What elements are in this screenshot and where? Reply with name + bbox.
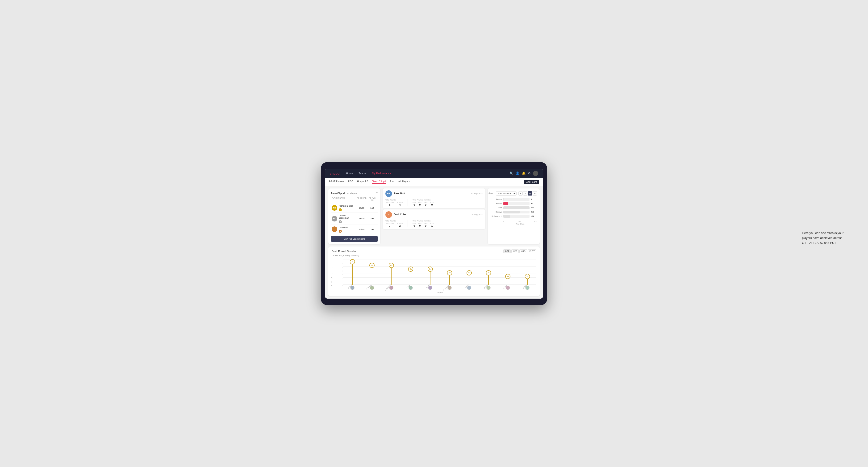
practice-value-rb: 4 (397, 203, 403, 206)
chart-controls-row: Show Last 3 months ⊞ ≡ ▦ ⊟ (491, 191, 537, 196)
streak-col-2: 6x D. Billingham (382, 259, 400, 290)
settings-icon[interactable]: ⚙ (528, 172, 531, 175)
bar-fill-dbogeys (503, 215, 510, 218)
streak-bubble-0: 7x (350, 259, 355, 264)
subnav-right: Add Team (524, 180, 539, 184)
y-axis-label: Best Streak, Fairway Accuracy (331, 267, 333, 286)
player-avg-1: 110 (368, 207, 377, 209)
streak-player-avatar-2 (389, 286, 394, 290)
filter-putt[interactable]: PUTT (528, 249, 536, 253)
y-axis-container: Best Streak, Fairway Accuracy (332, 259, 336, 293)
avatar[interactable] (533, 171, 538, 176)
rounds-section-jc: Total Rounds Tournament 7 Practice 2 (385, 220, 403, 227)
logo: clippd (330, 172, 339, 175)
total-practice-label-jc: Total Practice Activities (412, 220, 434, 222)
streaks-subtitle: Off The Tee, Fairway Accuracy (332, 254, 536, 257)
filter-arg[interactable]: ARG (519, 249, 527, 253)
bar-track-pars (503, 206, 530, 209)
streaks-header: Best Round Streaks OTT APP ARG PUTT (332, 249, 536, 253)
notification-icon[interactable]: 🔔 (522, 172, 526, 175)
streak-bubble-9: 3x (525, 274, 530, 279)
rank-badge-2: 2 (339, 220, 342, 223)
streak-bubble-7: 4x (486, 270, 491, 276)
view-leaderboard-button[interactable]: View Full Leaderboard (331, 236, 378, 242)
navbar: clippd Home Teams My Performance 🔍 👤 🔔 ⚙ (325, 168, 543, 178)
list-view-icon[interactable]: ≡ (523, 191, 527, 195)
player-avg-3: 103 (368, 228, 377, 231)
table-view-icon[interactable]: ⊟ (533, 191, 537, 195)
card-avatar-jc: JC (385, 211, 392, 218)
search-icon[interactable]: 🔍 (509, 172, 513, 175)
nav-teams[interactable]: Teams (358, 172, 367, 175)
streak-col-8: 3x R. Butler (499, 259, 517, 290)
streak-col-7: 4x M. Miller (479, 259, 497, 290)
rounds-pair-jc: Tournament 7 Practice 2 (385, 223, 403, 227)
period-select[interactable]: Last 3 months (496, 191, 517, 195)
streak-bubble-6: 4x (467, 270, 472, 276)
subnav-pga[interactable]: PGA (348, 180, 353, 184)
bar-track-bogeys (503, 211, 530, 214)
leaderboard-title-group: Team Clippd | 14 Players (331, 191, 357, 195)
streak-player-avatar-3 (408, 286, 413, 290)
practice-section-jc: Total Practice Activities OTT 0 APP 0 (412, 220, 434, 227)
player-card-1: RB Rees Britt 02 Sep 2023 Total Rounds T… (382, 188, 486, 208)
tournament-value-jc: 7 (385, 224, 394, 227)
player-row: EC Edward Crossman 2 18/20 107 (331, 213, 378, 225)
subnav-hcaps[interactable]: Hcaps 1-5 (357, 180, 368, 184)
subnav-all-players[interactable]: All Players (398, 180, 410, 184)
bar-view-icon[interactable]: ▦ (528, 191, 532, 195)
streaks-title: Best Round Streaks (332, 250, 356, 253)
table-header: PLAYER NAME PB SCORE PB AVG SQ (331, 197, 378, 203)
streak-plot-area: 7 6 5 4 3 2 1 0 7x (338, 259, 536, 293)
streak-bubble-5: 4x (447, 270, 452, 276)
card-name-rb: Rees Britt (394, 192, 469, 195)
bar-row-pars: Pars 499 (491, 206, 537, 209)
streak-bubble-8: 3x (505, 274, 510, 279)
rounds-pair-rb: Tournament 8 Practice 4 (385, 201, 403, 206)
bar-label-bogeys: Bogeys (491, 211, 502, 213)
tournament-label-rb: Tournament (385, 201, 394, 203)
rank-badge-3: 3 (339, 230, 342, 233)
bar-row-birdies: Birdies 96 (491, 202, 537, 205)
practice-stats-rb: OTT 0 APP 0 ARG 0 (412, 201, 434, 206)
subnav-tour[interactable]: Tour (390, 180, 394, 184)
streak-line-2 (391, 268, 392, 285)
card-name-jc: Josh Coles (394, 213, 469, 216)
player-name-2: Edward Crossman (339, 214, 356, 219)
streak-bars: 7x E. Ewert 6x B. McHarg 6x D. Billingha… (343, 259, 536, 290)
streak-player-avatar-7 (486, 286, 491, 290)
tournament-col-rb: Tournament 8 (385, 201, 394, 206)
practice-value-jc: 2 (397, 224, 403, 227)
ott-stat-rb: OTT 0 (412, 201, 416, 206)
grid-view-icon[interactable]: ⊞ (519, 191, 523, 195)
card-date-jc: 26 Aug 2023 (471, 214, 483, 216)
subnav-pgat[interactable]: PGAT Players (329, 180, 344, 184)
streak-line-4 (430, 272, 431, 285)
player-name-3: Cameron... (339, 226, 356, 228)
bar-row-dbogeys: D. Bogeys + 131 (491, 215, 537, 218)
ott-stat-jc: OTT 0 (412, 223, 416, 227)
leaderboard-panel: Team Clippd | 14 Players ✏ PLAYER NAME P… (328, 188, 380, 244)
total-practice-label-rb: Total Practice Activities (412, 199, 434, 201)
leaderboard-header: Team Clippd | 14 Players ✏ (331, 191, 378, 195)
edit-icon[interactable]: ✏ (376, 191, 378, 194)
arg-stat-jc: ARG 0 (424, 223, 427, 227)
bar-label-pars: Pars (491, 207, 502, 209)
subnav-team-clippd[interactable]: Team Clippd (372, 180, 386, 184)
nav-my-performance[interactable]: My Performance (371, 172, 392, 175)
nav-home[interactable]: Home (345, 172, 354, 175)
bar-label-dbogeys: D. Bogeys + (491, 215, 502, 217)
bar-fill-pars (503, 206, 530, 209)
arg-stat-rb: ARG 0 (424, 201, 427, 206)
filter-ott[interactable]: OTT (503, 249, 511, 253)
streak-player-avatar-8 (506, 286, 510, 290)
subnav-links: PGAT Players PGA Hcaps 1-5 Team Clippd T… (329, 180, 524, 184)
streak-filter-buttons: OTT APP ARG PUTT (503, 249, 536, 253)
profile-icon[interactable]: 👤 (516, 172, 519, 175)
practice-section-rb: Total Practice Activities OTT 0 APP 0 (412, 199, 434, 206)
add-team-button[interactable]: Add Team (524, 180, 539, 184)
streak-col-1: 6x B. McHarg (363, 259, 381, 290)
filter-app[interactable]: APP (512, 249, 519, 253)
player-score-2: 18/20 (356, 217, 368, 220)
streak-col-0: 7x E. Ewert (343, 259, 361, 290)
